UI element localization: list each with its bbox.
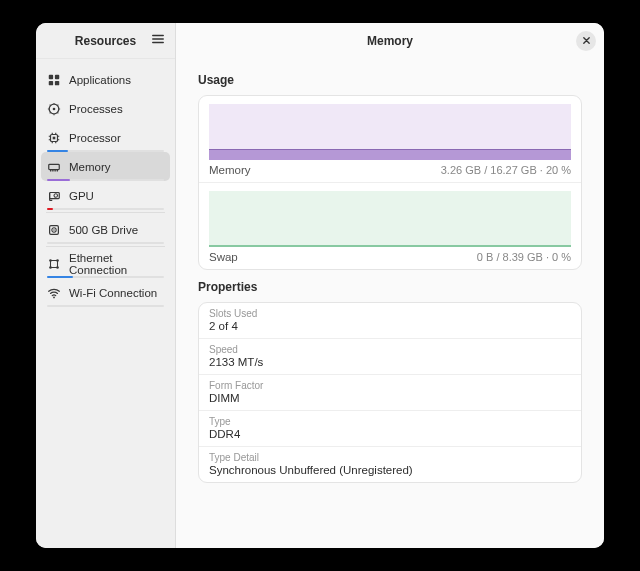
sidebar-item-processes[interactable]: Processes <box>41 94 170 123</box>
sidebar-item-label: Applications <box>69 74 131 86</box>
close-icon <box>582 35 591 47</box>
property-key: Type Detail <box>209 452 571 463</box>
property-value: DDR4 <box>209 428 571 440</box>
page-title: Memory <box>367 34 413 48</box>
memory-usage-row: Memory 3.26 GB / 16.27 GB · 20 % <box>209 164 571 176</box>
svg-point-5 <box>53 107 56 110</box>
sidebar-item-label: GPU <box>69 190 94 202</box>
sidebar-title: Resources <box>75 34 136 48</box>
property-value: 2133 MT/s <box>209 356 571 368</box>
memory-label: Memory <box>209 164 251 176</box>
property-row: Slots Used2 of 4 <box>199 303 581 338</box>
sidebar-separator <box>46 212 165 213</box>
svg-rect-2 <box>49 80 53 84</box>
sidebar-item-wi-fi-connection[interactable]: Wi-Fi Connection <box>41 278 170 307</box>
cpu-icon <box>47 131 61 145</box>
property-value: Synchronous Unbuffered (Unregistered) <box>209 464 571 476</box>
activity-bar <box>47 305 164 307</box>
sidebar-item-applications[interactable]: Applications <box>41 65 170 94</box>
close-button[interactable] <box>576 31 596 51</box>
sidebar-header: Resources <box>36 23 175 59</box>
memory-icon <box>47 160 61 174</box>
property-row: Form FactorDIMM <box>199 374 581 410</box>
property-row: TypeDDR4 <box>199 410 581 446</box>
usage-section-title: Usage <box>198 73 582 87</box>
memory-chart-bg <box>209 104 571 149</box>
drive-icon <box>47 223 61 237</box>
properties-section-title: Properties <box>198 280 582 294</box>
swap-usage-chart <box>209 191 571 247</box>
svg-rect-7 <box>53 136 56 139</box>
sidebar-item-label: Wi-Fi Connection <box>69 287 157 299</box>
sidebar-item-label: Processor <box>69 132 121 144</box>
sidebar-item-500-gb-drive[interactable]: 500 GB Drive <box>41 215 170 244</box>
usage-card-group: Memory 3.26 GB / 16.27 GB · 20 % Swap 0 … <box>198 95 582 270</box>
activity-bar <box>47 242 164 244</box>
activity-bar <box>47 208 164 210</box>
property-value: 2 of 4 <box>209 320 571 332</box>
sidebar-item-ethernet-connection[interactable]: Ethernet Connection <box>41 249 170 278</box>
menu-button[interactable] <box>147 30 169 52</box>
properties-card-group: Slots Used2 of 4Speed2133 MT/sForm Facto… <box>198 302 582 483</box>
usage-card-swap[interactable]: Swap 0 B / 8.39 GB · 0 % <box>199 182 581 269</box>
gpu-icon <box>47 189 61 203</box>
sidebar-item-label: Processes <box>69 103 123 115</box>
swap-usage-row: Swap 0 B / 8.39 GB · 0 % <box>209 251 571 263</box>
sidebar: Resources ApplicationsProcessesProcessor… <box>36 23 176 548</box>
property-row: Type DetailSynchronous Unbuffered (Unreg… <box>199 446 581 482</box>
svg-point-13 <box>53 229 54 230</box>
svg-rect-0 <box>49 74 53 78</box>
svg-rect-3 <box>55 80 59 84</box>
content-scroll[interactable]: Usage Memory 3.26 GB / 16.27 GB · 20 % <box>176 59 604 548</box>
memory-value: 3.26 GB / 16.27 GB · 20 % <box>441 164 571 176</box>
sidebar-item-label: Ethernet Connection <box>69 252 164 276</box>
usage-card-memory[interactable]: Memory 3.26 GB / 16.27 GB · 20 % <box>199 96 581 182</box>
sidebar-list: ApplicationsProcessesProcessorMemoryGPU5… <box>36 59 175 307</box>
property-key: Speed <box>209 344 571 355</box>
wifi-icon <box>47 286 61 300</box>
property-key: Type <box>209 416 571 427</box>
sidebar-item-processor[interactable]: Processor <box>41 123 170 152</box>
sidebar-item-label: Memory <box>69 161 111 173</box>
svg-rect-8 <box>49 164 60 169</box>
property-row: Speed2133 MT/s <box>199 338 581 374</box>
ethernet-icon <box>47 257 61 271</box>
hamburger-icon <box>151 32 165 49</box>
svg-point-18 <box>53 296 55 298</box>
swap-value: 0 B / 8.39 GB · 0 % <box>477 251 571 263</box>
processes-icon <box>47 102 61 116</box>
main-pane: Memory Usage Memory 3.26 GB / 16.27 GB <box>176 23 604 548</box>
property-value: DIMM <box>209 392 571 404</box>
memory-usage-chart <box>209 104 571 160</box>
memory-chart-fill <box>209 149 571 160</box>
swap-chart-bg <box>209 191 571 247</box>
sidebar-separator <box>46 246 165 247</box>
svg-rect-1 <box>55 74 59 78</box>
svg-point-10 <box>54 193 58 197</box>
app-window: Resources ApplicationsProcessesProcessor… <box>36 23 604 548</box>
property-key: Slots Used <box>209 308 571 319</box>
swap-label: Swap <box>209 251 238 263</box>
main-header: Memory <box>176 23 604 59</box>
sidebar-item-memory[interactable]: Memory <box>41 152 170 181</box>
sidebar-item-label: 500 GB Drive <box>69 224 138 236</box>
sidebar-item-gpu[interactable]: GPU <box>41 181 170 210</box>
property-key: Form Factor <box>209 380 571 391</box>
apps-icon <box>47 73 61 87</box>
